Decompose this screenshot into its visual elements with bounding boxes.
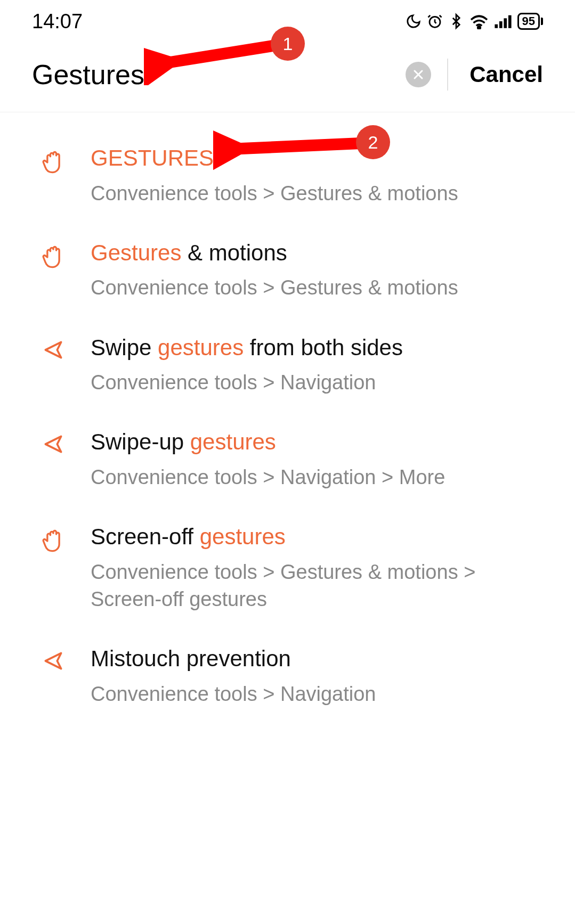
svg-rect-5 (508, 15, 511, 28)
result-path: Convenience tools > Navigation (91, 681, 543, 708)
status-time: 14:07 (32, 10, 83, 33)
result-path: Convenience tools > Gestures & motions (91, 180, 543, 207)
dnd-moon-icon (406, 13, 422, 29)
annotation-bubble-1: 1 (271, 27, 305, 61)
hand-icon (37, 239, 69, 271)
battery-icon: 95 (517, 13, 543, 30)
result-text: Mistouch preventionConvenience tools > N… (91, 645, 543, 708)
search-result-item[interactable]: Swipe gestures from both sidesConvenienc… (21, 318, 554, 413)
result-title: Gestures & motions (91, 239, 543, 267)
result-title: Swipe gestures from both sides (91, 334, 543, 362)
svg-rect-4 (504, 18, 507, 28)
alarm-icon (427, 13, 443, 29)
bluetooth-icon (448, 12, 464, 30)
wifi-icon (469, 13, 489, 29)
result-path: Convenience tools > Navigation (91, 369, 543, 396)
result-path: Convenience tools > Navigation > More (91, 464, 543, 491)
result-text: Swipe-up gesturesConvenience tools > Nav… (91, 428, 543, 491)
annotation-bubble-2: 2 (356, 125, 390, 159)
result-title: Mistouch prevention (91, 645, 543, 673)
nav-back-icon (37, 645, 69, 673)
search-result-item[interactable]: Swipe-up gesturesConvenience tools > Nav… (21, 412, 554, 507)
header-divider (447, 59, 448, 91)
signal-icon (494, 13, 512, 29)
search-result-item[interactable]: Gestures & motionsConvenience tools > Ge… (21, 223, 554, 318)
nav-back-icon (37, 428, 69, 456)
result-path: Convenience tools > Gestures & motions >… (91, 559, 543, 614)
svg-line-7 (229, 143, 373, 149)
status-icons: 95 (406, 12, 543, 30)
svg-rect-3 (499, 21, 502, 28)
result-title: Screen-off gestures (91, 523, 543, 551)
hand-icon (37, 144, 69, 176)
result-text: Gestures & motionsConvenience tools > Ge… (91, 239, 543, 302)
result-path: Convenience tools > Gestures & motions (91, 274, 543, 301)
nav-back-icon (37, 334, 69, 362)
search-result-item[interactable]: Screen-off gesturesConvenience tools > G… (21, 507, 554, 629)
result-text: Screen-off gesturesConvenience tools > G… (91, 523, 543, 613)
search-results-list: GESTURESConvenience tools > Gestures & m… (0, 112, 575, 724)
cancel-button[interactable]: Cancel (469, 62, 554, 87)
hand-icon (37, 523, 69, 555)
clear-search-button[interactable] (406, 62, 431, 87)
search-result-item[interactable]: Mistouch preventionConvenience tools > N… (21, 629, 554, 724)
svg-rect-2 (495, 24, 498, 28)
battery-level: 95 (517, 13, 540, 30)
close-icon (412, 68, 425, 81)
svg-point-1 (477, 27, 480, 29)
result-title: Swipe-up gestures (91, 428, 543, 456)
result-text: Swipe gestures from both sidesConvenienc… (91, 334, 543, 397)
